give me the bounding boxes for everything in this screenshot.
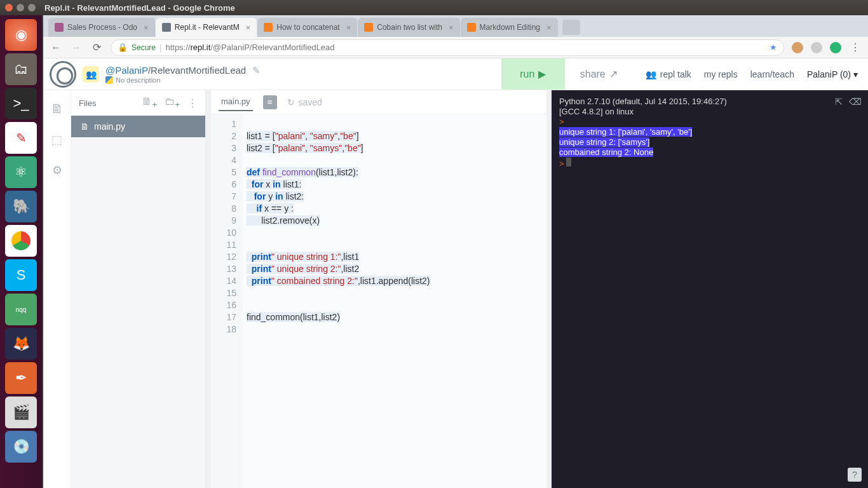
code-line: list1 = ["palani", "samy","be"] (247, 130, 546, 142)
console-line: unique string 2: ['samys'] (559, 137, 649, 147)
tab-label: Sales Process - Odo (67, 23, 137, 32)
user-dropdown[interactable]: PalaniP (0)▾ (807, 69, 868, 79)
url-box[interactable]: 🔒 Secure | https://repl.it/@PalaniP/Rele… (111, 39, 784, 56)
chevron-down-icon: ▾ (853, 69, 858, 79)
video-icon[interactable]: 🎬 (5, 396, 37, 428)
console-line: combained string 2: None (559, 147, 653, 157)
bookmark-icon[interactable]: ★ (770, 43, 777, 52)
favicon (467, 23, 476, 32)
console-banner: Python 2.7.10 (default, Jul 14 2015, 19:… (559, 97, 860, 107)
repl-user[interactable]: @PalaniP (105, 65, 148, 76)
close-window-icon[interactable] (5, 4, 13, 11)
browser-tab[interactable]: Repl.it - RelevantM× (156, 18, 257, 37)
console-clear-icon[interactable]: ⌫ (849, 97, 862, 107)
ubuntu-dash-icon[interactable]: ◉ (5, 19, 37, 51)
new-folder-icon[interactable]: 🗀+ (165, 96, 180, 109)
repl-header: 👥 @PalaniP/RelevantMortifiedLead ✎ No de… (43, 58, 868, 90)
cursor (566, 158, 571, 166)
files-header: Files (79, 98, 96, 108)
favicon (264, 23, 273, 32)
editor-tab[interactable]: main.py (219, 93, 253, 111)
ext-icon-3[interactable] (830, 42, 841, 53)
terminal-icon[interactable]: >_ (5, 88, 37, 119)
code-line (247, 227, 546, 239)
packages-rail-icon[interactable]: ⬚ (51, 133, 62, 147)
close-tab-icon[interactable]: × (346, 23, 351, 32)
lock-icon: 🔒 (118, 43, 128, 52)
maximize-window-icon[interactable] (28, 4, 36, 11)
files-menu-icon[interactable]: ⋮ (187, 97, 198, 109)
editor-pane: main.py ≡ ↻saved 12345678910111213141516… (211, 90, 546, 488)
browser-tab[interactable]: Cobain two list with× (358, 18, 459, 37)
code-line (247, 118, 546, 130)
code-line: for x in list1: (247, 179, 546, 191)
code-line: print" unique string 1:",list1 (247, 251, 546, 263)
run-button[interactable]: run▶ (501, 58, 565, 90)
new-file-icon[interactable]: 🗎+ (142, 96, 157, 109)
unity-launcher: ◉ 🗂 >_ ✎ ⚛ 🐘 S nqq 🦊 ✒ 🎬 💿 (0, 15, 42, 488)
code-line (247, 154, 546, 166)
favicon (55, 23, 64, 32)
back-icon[interactable]: ← (50, 42, 62, 53)
app-icon-1[interactable]: ✎ (5, 122, 37, 154)
forward-icon[interactable]: → (70, 42, 83, 53)
skype-launcher-icon[interactable]: S (5, 259, 37, 291)
code-line: print" combained string 2:",list1.append… (247, 275, 546, 287)
postgres-icon[interactable]: 🐘 (5, 191, 37, 222)
splitter-1[interactable] (206, 90, 211, 488)
new-tab-button[interactable] (562, 20, 580, 35)
code-line: find_common(list1,list2) (247, 311, 546, 323)
close-tab-icon[interactable]: × (144, 23, 149, 32)
console-pane[interactable]: ⇱ ⌫ Python 2.7.10 (default, Jul 14 2015,… (552, 90, 868, 488)
python-icon (105, 76, 113, 84)
code-line: for y in list2: (247, 191, 546, 203)
atom-icon[interactable]: ⚛ (5, 156, 37, 188)
tab-label: Cobain two list with (377, 23, 442, 32)
code-line: list2 = ["palani", "samys","be"] (247, 142, 546, 154)
settings-rail-icon[interactable]: ⚙ (52, 163, 62, 177)
ext-icon-2[interactable] (811, 42, 822, 53)
tab-strip: Sales Process - Odo×Repl.it - RelevantM×… (43, 15, 868, 37)
prompt-icon: > (559, 159, 564, 168)
app-icon-2[interactable]: ✒ (5, 362, 37, 394)
reload-icon[interactable]: ⟳ (90, 41, 103, 53)
replit-logo[interactable] (50, 61, 76, 88)
help-button[interactable]: ? (848, 468, 862, 482)
ext-icon-1[interactable] (792, 42, 803, 53)
browser-tab[interactable]: Markdown Editing× (461, 18, 558, 37)
collab-avatars[interactable]: 👥 (83, 66, 99, 83)
console-expand-icon[interactable]: ⇱ (835, 97, 843, 107)
chrome-menu-icon[interactable]: ⋮ (849, 41, 862, 53)
chrome-window: Sales Process - Odo×Repl.it - RelevantM×… (43, 15, 868, 488)
tab-label: How to concatenat (276, 23, 339, 32)
code-line (247, 239, 546, 251)
share-button[interactable]: share↗ (565, 68, 633, 80)
browser-tab[interactable]: Sales Process - Odo× (48, 18, 155, 37)
prompt-icon: > (559, 117, 564, 126)
files-icon[interactable]: 🗂 (5, 53, 37, 85)
app-icon-3[interactable]: 💿 (5, 431, 37, 463)
workspace: 🗎 ⬚ ⚙ Files 🗎+ 🗀+ ⋮ 🗎main.py main.py ≡ ↻ (43, 90, 868, 488)
close-tab-icon[interactable]: × (246, 23, 251, 32)
close-tab-icon[interactable]: × (449, 23, 454, 32)
browser-tab[interactable]: How to concatenat× (257, 18, 357, 37)
editor-view-icon[interactable]: ≡ (263, 95, 277, 109)
saved-indicator: ↻saved (287, 97, 322, 107)
minimize-window-icon[interactable] (17, 4, 24, 11)
files-rail-icon[interactable]: 🗎 (51, 102, 64, 116)
code-line: print" unique string 2:",list2 (247, 263, 546, 275)
close-tab-icon[interactable]: × (546, 23, 552, 32)
files-pane: Files 🗎+ 🗀+ ⋮ 🗎main.py (71, 90, 206, 488)
edit-name-icon[interactable]: ✎ (252, 65, 261, 76)
file-item-main[interactable]: 🗎main.py (71, 116, 205, 137)
nqq-icon[interactable]: nqq (5, 294, 37, 325)
firefox-icon[interactable]: 🦊 (5, 328, 37, 360)
splitter-2[interactable] (546, 90, 552, 488)
nav-myrepls[interactable]: my repls (704, 69, 738, 79)
code-editor[interactable]: 123456789101112131415161718 list1 = ["pa… (211, 114, 546, 488)
nav-repltalk[interactable]: 👥repl talk (646, 69, 691, 79)
window-titlebar: Repl.it - RelevantMortifiedLead - Google… (0, 0, 868, 15)
chrome-launcher-icon[interactable] (5, 225, 37, 257)
nav-learn[interactable]: learn/teach (750, 69, 794, 79)
code-line (247, 299, 546, 311)
